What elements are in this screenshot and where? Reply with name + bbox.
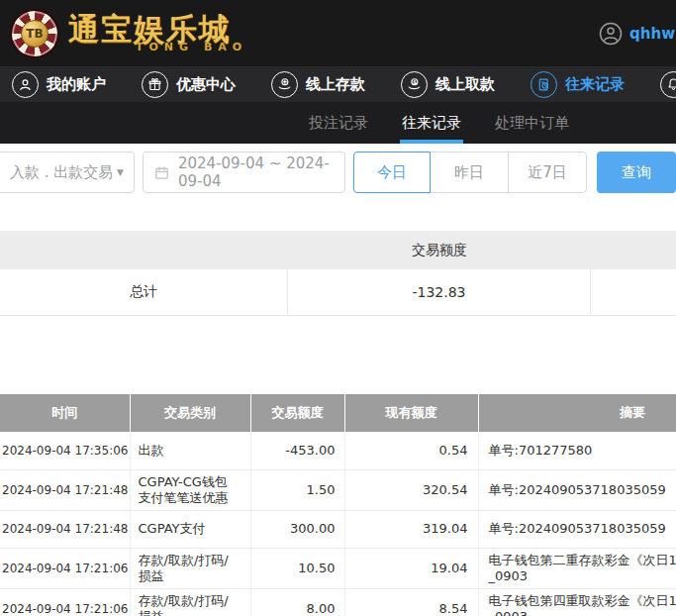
cell-time: 2024-09-04 17:35:06 (0, 432, 130, 469)
bell-icon (660, 71, 676, 98)
filter-bar: 入款 . 出款交易 ▼ 2024-09-04 ~ 2024-09-04 今日 昨… (0, 144, 676, 193)
person-icon (12, 71, 39, 98)
col-header-summary: 摘要 (478, 394, 676, 432)
cell-balance: 8.54 (344, 588, 478, 616)
cell-amount: 8.00 (250, 588, 344, 616)
nav-item-promotions[interactable]: 优惠中心 (142, 71, 236, 98)
brand-text: 通宝娱乐城 TONG BAO (68, 14, 247, 52)
withdraw-coin-icon: $ (401, 71, 428, 98)
nav-item-online-withdraw[interactable]: $ 线上取款 (401, 71, 495, 98)
summary-total-row: 总计 -132.83 (0, 269, 676, 316)
chevron-down-icon: ▼ (117, 167, 124, 177)
nav-label: 线上取款 (435, 75, 495, 94)
user-account[interactable]: qhhw (599, 22, 676, 46)
records-table: 时间 交易类别 交易额度 现有额度 摘要 2024-09-04 17:35:06… (0, 394, 676, 616)
cell-time: 2024-09-04 17:21:48 (0, 510, 130, 548)
cell-type: 存款/取款/打码/ 损益 (130, 588, 250, 616)
tab-processing-orders[interactable]: 处理中订单 (495, 102, 569, 144)
table-row: 2024-09-04 17:21:06 存款/取款/打码/ 损益 8.00 8.… (0, 588, 676, 616)
table-row: 2024-09-04 17:21:48 CGPAY-CG钱包 支付笔笔送优惠 1… (0, 469, 676, 510)
last7days-button[interactable]: 近7日 (508, 152, 587, 193)
col-header-type: 交易类别 (130, 394, 250, 432)
cell-summary: 单号:202409053718035059 (478, 469, 676, 510)
nav-label: 往来记录 (565, 75, 625, 94)
main-nav: 我的账户 优惠中心 线上存款 $ 线上取款 (0, 66, 676, 102)
table-row: 2024-09-04 17:21:06 存款/取款/打码/ 损益 10.50 1… (0, 548, 676, 588)
tab-betting-records[interactable]: 投注记录 (309, 102, 368, 144)
tab-transaction-records[interactable]: 往来记录 (402, 102, 461, 144)
cell-amount: 10.50 (250, 548, 344, 588)
date-range-input[interactable]: 2024-09-04 ~ 2024-09-04 (143, 152, 345, 193)
transaction-type-value: 入款 . 出款交易 (10, 163, 113, 182)
search-button[interactable]: 查询 (597, 152, 676, 193)
summary-header-amount: 交易额度 (288, 242, 591, 259)
casino-chip-icon: TB (10, 9, 59, 58)
table-row: 2024-09-04 17:21:48 CGPAY支付 300.00 319.0… (0, 510, 676, 548)
cell-balance: 0.54 (344, 432, 478, 469)
col-header-balance: 现有额度 (344, 394, 478, 432)
yesterday-button[interactable]: 昨日 (430, 152, 509, 193)
table-row: 2024-09-04 17:35:06 出款 -453.00 0.54 单号:7… (0, 432, 676, 469)
summary-header-row: 交易额度 (0, 231, 676, 269)
gift-icon (142, 71, 168, 98)
nav-label: 优惠中心 (176, 75, 236, 94)
cell-summary: 电子钱包第二重存款彩金《次日1 _0903 (478, 548, 676, 588)
app-header: TB 通宝娱乐城 TONG BAO qhhw (0, 0, 676, 66)
nav-item-my-account[interactable]: 我的账户 (12, 71, 106, 98)
date-range-value: 2024-09-04 ~ 2024-09-04 (178, 154, 335, 190)
cell-summary: 电子钱包第四重取款彩金《次日1 _0903 (478, 588, 676, 616)
cell-time: 2024-09-04 17:21:06 (0, 548, 130, 588)
summary-total-value: -132.83 (288, 269, 591, 315)
cell-amount: 300.00 (250, 510, 344, 548)
cell-amount: -453.00 (250, 432, 344, 469)
cell-type: 出款 (130, 432, 250, 469)
cell-type: 存款/取款/打码/ 损益 (130, 548, 250, 588)
nav-label: 线上存款 (306, 75, 365, 94)
records-header-row: 时间 交易类别 交易额度 现有额度 摘要 (0, 394, 676, 432)
cell-type: CGPAY-CG钱包 支付笔笔送优惠 (130, 469, 250, 510)
svg-text:$: $ (413, 78, 417, 84)
quick-range-group: 今日 昨日 近7日 (353, 152, 587, 193)
cell-amount: 1.50 (250, 469, 344, 510)
today-button[interactable]: 今日 (353, 152, 431, 193)
cell-balance: 320.54 (344, 469, 478, 510)
user-avatar-icon (599, 22, 623, 46)
username: qhhw (629, 25, 675, 43)
brand-name-en: TONG BAO (136, 42, 247, 52)
nav-item-transaction-records[interactable]: 往来记录 (531, 71, 625, 98)
calendar-icon (153, 164, 170, 181)
cell-summary: 单号:202409053718035059 (478, 510, 676, 548)
records-icon (531, 71, 557, 98)
brand-logo[interactable]: TB 通宝娱乐城 TONG BAO (10, 9, 247, 58)
cell-time: 2024-09-04 17:21:48 (0, 469, 130, 510)
summary-table: 交易额度 总计 -132.83 (0, 231, 676, 316)
cell-balance: 319.04 (344, 510, 478, 548)
cell-type: CGPAY支付 (130, 510, 250, 548)
cell-balance: 19.04 (344, 548, 478, 588)
cell-time: 2024-09-04 17:21:06 (0, 588, 130, 616)
nav-item-online-deposit[interactable]: 线上存款 (271, 71, 365, 98)
transaction-type-select[interactable]: 入款 . 出款交易 ▼ (0, 152, 135, 193)
nav-label: 我的账户 (47, 75, 106, 94)
record-tabs: 投注记录 往来记录 处理中订单 (0, 102, 676, 144)
cell-summary: 单号:701277580 (478, 432, 676, 469)
col-header-time: 时间 (0, 394, 130, 432)
deposit-coin-icon (271, 71, 298, 98)
chip-tb-text: TB (21, 20, 48, 48)
col-header-amount: 交易额度 (250, 394, 344, 432)
summary-total-label: 总计 (0, 269, 288, 315)
nav-item-notifications[interactable] (660, 71, 676, 98)
